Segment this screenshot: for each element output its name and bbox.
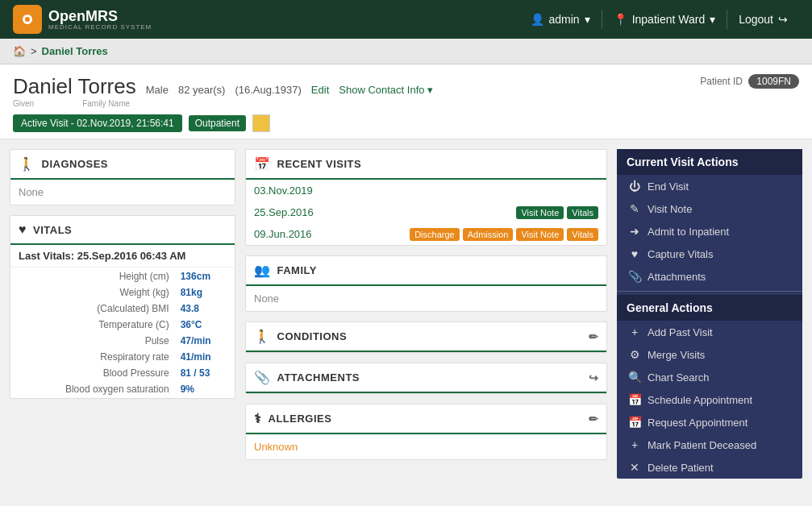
- main-content: 🚶 DIAGNOSES None ♥ VITALS Last Vitals: 2…: [0, 139, 812, 488]
- edit-patient-link[interactable]: Edit: [311, 84, 329, 96]
- family-body: None: [246, 286, 606, 311]
- vitals-card: ♥ VITALS Last Vitals: 25.Sep.2016 06:43 …: [10, 215, 235, 399]
- patient-gender: Male: [146, 84, 169, 96]
- patient-header: Daniel Torres Male 82 year(s) (16.Aug.19…: [0, 64, 812, 139]
- action-label: Capture Vitals: [648, 248, 713, 260]
- vitals-value: 41/min: [176, 350, 233, 364]
- general-action-item[interactable]: 🔍Chart Search: [617, 366, 802, 388]
- logo: OpenMRS MEDICAL RECORD SYSTEM: [13, 5, 152, 34]
- conditions-card: 🚶 CONDITIONS ✏: [245, 321, 607, 353]
- general-action-item[interactable]: ✕Delete Patient: [617, 456, 802, 479]
- vitals-label: Pulse: [12, 334, 174, 348]
- allergies-icon: ⚕: [254, 411, 262, 426]
- allergies-body: Unknown: [246, 434, 606, 459]
- action-icon: ⚙: [628, 348, 641, 361]
- vitals-value: 36°C: [176, 317, 233, 332]
- visit-tag: Vitals: [567, 228, 598, 241]
- action-icon: +: [628, 326, 641, 338]
- vitals-label: Blood oxygen saturation: [12, 382, 174, 396]
- vitals-value: 81kg: [176, 285, 233, 300]
- location-menu[interactable]: 📍 Inpatient Ward ▾: [602, 0, 727, 39]
- allergies-edit-icon[interactable]: ✏: [589, 413, 599, 425]
- attachments-icon: 📎: [254, 370, 271, 385]
- action-label: Add Past Visit: [648, 326, 713, 338]
- vitals-label: (Calculated) BMI: [12, 301, 174, 316]
- visit-row-item: 09.Jun.2016DischargeAdmissionVisit NoteV…: [246, 223, 606, 245]
- vitals-row: Blood Pressure81 / 53: [12, 366, 233, 380]
- visit-date-link[interactable]: 25.Sep.2016: [254, 203, 314, 222]
- conditions-edit-icon[interactable]: ✏: [589, 330, 599, 343]
- breadcrumb-patient[interactable]: Daniel Torres: [42, 45, 108, 57]
- attachments-header: 📎 ATTACHMENTS ↪: [246, 363, 606, 393]
- general-action-item[interactable]: 📅Schedule Appointment: [617, 388, 802, 411]
- action-label: Request Appointment: [648, 417, 747, 429]
- attachments-share-icon[interactable]: ↪: [589, 371, 599, 384]
- current-actions-list: ⏻End Visit✎Visit Note➜Admit to Inpatient…: [617, 175, 802, 288]
- logout-button[interactable]: Logout ↪: [727, 0, 799, 39]
- visit-date-link[interactable]: 09.Jun.2016: [254, 225, 312, 243]
- vitals-icon: ♥: [19, 222, 27, 237]
- attachments-card: 📎 ATTACHMENTS ↪: [245, 363, 607, 394]
- conditions-title: CONDITIONS: [277, 330, 348, 342]
- location-icon: 📍: [614, 13, 627, 26]
- vitals-last: Last Vitals: 25.Sep.2016 06:43 AM: [10, 245, 235, 268]
- visit-date-link[interactable]: 03.Nov.2019: [254, 181, 313, 200]
- vitals-title: VITALS: [33, 224, 72, 236]
- vitals-value: 47/min: [176, 334, 233, 348]
- vitals-row: Height (cm)136cm: [12, 269, 233, 284]
- logo-icon: [13, 5, 42, 34]
- middle-column: 📅 RECENT VISITS 03.Nov.201925.Sep.2016Vi…: [235, 149, 617, 460]
- general-action-item[interactable]: 📅Request Appointment: [617, 411, 802, 433]
- note-icon[interactable]: [252, 114, 270, 132]
- current-action-item[interactable]: ⏻End Visit: [617, 175, 802, 197]
- action-icon: 📎: [628, 270, 641, 283]
- current-action-item[interactable]: ♥Capture Vitals: [617, 243, 802, 265]
- general-action-item[interactable]: ⚙Merge Visits: [617, 343, 802, 366]
- sidebar-divider: [617, 291, 802, 292]
- vitals-row: Respiratory rate41/min: [12, 350, 233, 364]
- action-icon: +: [628, 438, 641, 451]
- location-dropdown-icon: ▾: [710, 13, 715, 26]
- family-card: 👥 FAMILY None: [245, 255, 607, 312]
- vitals-row: (Calculated) BMI43.8: [12, 301, 233, 316]
- general-action-item[interactable]: +Add Past Visit: [617, 321, 802, 343]
- action-icon: 🔍: [628, 371, 641, 384]
- right-sidebar: Current Visit Actions ⏻End Visit✎Visit N…: [617, 149, 802, 479]
- patient-id-label: Patient ID: [700, 76, 743, 87]
- app-tagline: MEDICAL RECORD SYSTEM: [48, 23, 152, 31]
- action-label: End Visit: [648, 180, 689, 193]
- allergies-header: ⚕ ALLERGIES ✏: [246, 404, 606, 434]
- general-action-item[interactable]: +Mark Patient Deceased: [617, 433, 802, 456]
- action-label: Chart Search: [648, 371, 710, 384]
- current-action-item[interactable]: ➜Admit to Inpatient: [617, 220, 802, 243]
- family-icon: 👥: [254, 263, 271, 278]
- admin-dropdown-icon: ▾: [585, 13, 590, 26]
- visit-tag: Admission: [463, 228, 514, 241]
- allergies-card: ⚕ ALLERGIES ✏ Unknown: [245, 404, 607, 460]
- top-nav: OpenMRS MEDICAL RECORD SYSTEM 👤 admin ▾ …: [0, 0, 812, 39]
- conditions-icon: 🚶: [254, 329, 271, 344]
- admin-menu[interactable]: 👤 admin ▾: [519, 0, 602, 39]
- given-label: Given: [13, 99, 34, 108]
- action-icon: ✎: [628, 202, 641, 215]
- family-label: Family Name: [82, 99, 130, 108]
- left-column: 🚶 DIAGNOSES None ♥ VITALS Last Vitals: 2…: [10, 149, 235, 399]
- action-icon: ♥: [628, 247, 641, 260]
- show-contact-link[interactable]: Show Contact Info ▾: [339, 84, 433, 96]
- vitals-value: 136cm: [176, 269, 233, 284]
- logout-icon: ↪: [778, 13, 788, 26]
- general-actions-title: General Actions: [617, 295, 802, 321]
- home-icon[interactable]: 🏠: [13, 45, 26, 57]
- current-action-item[interactable]: ✎Visit Note: [617, 197, 802, 220]
- action-label: Visit Note: [648, 203, 692, 215]
- visit-tag: Vitals: [567, 206, 598, 219]
- action-icon: ➜: [628, 225, 641, 238]
- active-visit-badge: Active Visit - 02.Nov.2019, 21:56:41: [13, 114, 182, 132]
- location-label: Inpatient Ward: [632, 13, 706, 26]
- current-action-item[interactable]: 📎Attachments: [617, 265, 802, 288]
- visit-row: Active Visit - 02.Nov.2019, 21:56:41 Out…: [13, 114, 799, 132]
- visit-tag: Visit Note: [516, 206, 564, 219]
- app-name-block: OpenMRS MEDICAL RECORD SYSTEM: [48, 9, 152, 31]
- diagnoses-title: DIAGNOSES: [42, 158, 109, 170]
- visit-tag: Visit Note: [516, 228, 564, 241]
